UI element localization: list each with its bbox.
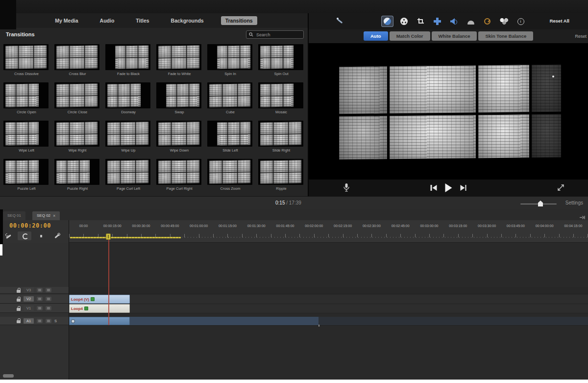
- reset-all-button[interactable]: Reset All: [550, 18, 569, 24]
- transition-wipe-down[interactable]: Wipe Down: [154, 118, 205, 156]
- corner-shade: [0, 0, 16, 29]
- media-tab-transitions[interactable]: Transitions: [221, 16, 257, 25]
- transition-slide-right[interactable]: Slide Right: [256, 118, 307, 156]
- transition-page-curl-left[interactable]: Page Curl Left: [103, 156, 154, 195]
- video-toggle-icon[interactable]: [37, 288, 43, 292]
- video-toggle-icon[interactable]: [37, 306, 43, 310]
- transition-thumbnail: [207, 159, 252, 185]
- transition-wipe-up[interactable]: Wipe Up: [103, 118, 154, 156]
- speed-button[interactable]: [481, 16, 493, 27]
- enhance-wand-icon[interactable]: [336, 17, 344, 26]
- transition-spin-out[interactable]: Spin Out: [256, 42, 307, 80]
- microphone-icon[interactable]: [343, 183, 350, 195]
- transition-spin-in[interactable]: Spin In: [205, 42, 256, 80]
- expand-icon[interactable]: [557, 184, 564, 193]
- transition-thumbnail: [54, 82, 99, 108]
- transition-swap[interactable]: Swap: [154, 80, 205, 118]
- marker-tool-button[interactable]: [34, 231, 48, 240]
- transition-wipe-left[interactable]: Wipe Left: [1, 118, 52, 156]
- transition-label: Puzzle Left: [1, 186, 52, 191]
- next-frame-button[interactable]: [460, 185, 466, 191]
- transition-label: Wipe Up: [103, 148, 154, 153]
- transition-page-curl-right[interactable]: Page Curl Right: [154, 156, 205, 195]
- clip-loop4-v[interactable]: Loop4 (V): [69, 295, 130, 304]
- play-button[interactable]: [445, 183, 452, 192]
- search-box[interactable]: [246, 30, 304, 39]
- clip-audio[interactable]: [69, 317, 130, 325]
- previous-frame-button[interactable]: [431, 185, 437, 191]
- transition-circle-close[interactable]: Circle Close: [52, 80, 103, 118]
- search-icon: [249, 32, 253, 37]
- transition-puzzle-left[interactable]: Puzzle Left: [1, 156, 52, 195]
- search-input[interactable]: [255, 32, 301, 38]
- transition-fade-to-white[interactable]: Fade to White: [154, 42, 205, 80]
- volume-icon: [450, 18, 458, 25]
- transition-cross-blur[interactable]: Cross Blur: [52, 42, 103, 80]
- color-balance-button[interactable]: [381, 16, 393, 27]
- audio-toggle-icon[interactable]: [46, 297, 51, 301]
- transition-thumbnail: [258, 82, 303, 108]
- volume-button[interactable]: [448, 16, 460, 27]
- transition-doorway[interactable]: Doorway: [103, 80, 154, 118]
- transition-puzzle-right[interactable]: Puzzle Right: [52, 156, 103, 195]
- slider-thumb[interactable]: [538, 201, 543, 206]
- transition-thumbnail: [156, 121, 201, 147]
- sequence-tab-seq-02[interactable]: SEQ 02×: [32, 211, 60, 220]
- thumbnail-zoom-slider[interactable]: [520, 201, 557, 206]
- audio-toggle-icon[interactable]: [46, 319, 51, 323]
- media-tab-backgrounds[interactable]: Backgrounds: [167, 16, 208, 25]
- transition-cross-zoom[interactable]: Cross Zoom: [205, 156, 256, 195]
- transition-preview-art: [56, 160, 90, 183]
- white-balance-button[interactable]: White Balance: [432, 31, 477, 41]
- panel-title: Transitions: [6, 31, 35, 37]
- video-toggle-icon[interactable]: [37, 319, 43, 323]
- skin-tone-balance-button[interactable]: Skin Tone Balance: [478, 31, 533, 41]
- sequence-tab-label: SEQ 01: [7, 211, 21, 220]
- playhead-marker[interactable]: [106, 233, 111, 240]
- transition-fade-to-black[interactable]: Fade to Black: [103, 42, 154, 80]
- transition-thumbnail: [207, 82, 252, 108]
- noise-reduction-button[interactable]: [465, 16, 477, 27]
- clip-loop4[interactable]: Loop4: [69, 304, 130, 313]
- track-label-v3: V3: [24, 287, 34, 293]
- crop-button[interactable]: [415, 16, 427, 27]
- settings-button[interactable]: Settings: [565, 200, 583, 205]
- history-tool-button[interactable]: [18, 231, 31, 240]
- transition-mosaic[interactable]: Mosaic: [256, 80, 307, 118]
- transition-slide-left[interactable]: Slide Left: [205, 118, 256, 156]
- transition-label: Cross Zoom: [205, 186, 256, 191]
- reset-button[interactable]: Reset: [575, 34, 587, 39]
- horizontal-scrollbar[interactable]: [3, 374, 14, 378]
- auto-button[interactable]: Auto: [364, 31, 388, 41]
- wrench-tool-button[interactable]: [50, 231, 64, 240]
- info-button[interactable]: [514, 16, 527, 27]
- transition-ripple[interactable]: Ripple: [256, 156, 307, 195]
- effects-button[interactable]: [498, 16, 510, 27]
- transition-circle-open[interactable]: Circle Open: [1, 80, 52, 118]
- transition-wipe-right[interactable]: Wipe Right: [52, 118, 103, 156]
- audio-toggle-icon[interactable]: [46, 306, 51, 310]
- video-toggle-icon[interactable]: [37, 297, 43, 301]
- transition-cube[interactable]: Cube: [205, 80, 256, 118]
- media-tab-titles[interactable]: Titles: [131, 16, 153, 25]
- media-tab-audio[interactable]: Audio: [96, 16, 119, 25]
- lock-icon[interactable]: [17, 306, 21, 311]
- media-tab-my-media[interactable]: My Media: [50, 16, 82, 25]
- audio-toggle-icon[interactable]: [46, 288, 51, 292]
- lock-icon[interactable]: [17, 297, 21, 302]
- lock-icon[interactable]: [17, 318, 21, 323]
- lock-icon[interactable]: [17, 288, 21, 293]
- transition-preview-art: [260, 122, 301, 145]
- sequence-tab-seq-01[interactable]: SEQ 01: [3, 211, 25, 220]
- timeline-ruler[interactable]: 00:0000:00:15:0000:00:30:0000:00:45:0000…: [69, 220, 588, 243]
- transition-preview-art: [260, 45, 294, 69]
- transition-cross-dissolve[interactable]: Cross Dissolve: [1, 42, 52, 80]
- trim-tool-button[interactable]: [1, 231, 15, 240]
- playhead-line[interactable]: [108, 234, 109, 325]
- color-correction-button[interactable]: [398, 16, 410, 27]
- stabilization-button[interactable]: [431, 16, 443, 27]
- match-color-button[interactable]: Match Color: [390, 31, 430, 41]
- ruler-label: 00:02:30:00: [357, 224, 386, 228]
- info-icon: [517, 18, 524, 25]
- close-icon[interactable]: ×: [53, 214, 55, 218]
